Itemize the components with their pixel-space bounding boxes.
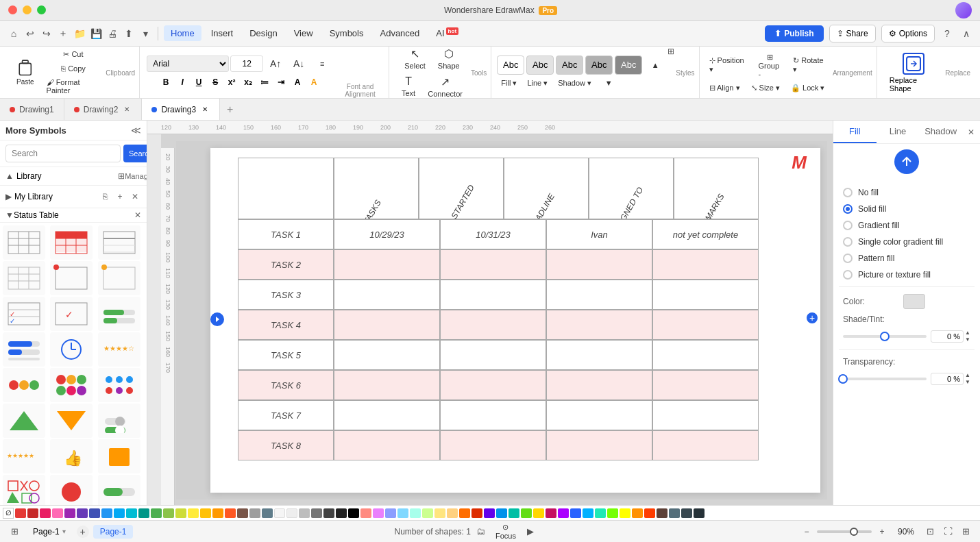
color-charcoal[interactable] bbox=[323, 508, 334, 518]
font-size-input[interactable] bbox=[230, 56, 263, 72]
panel-collapse-btn[interactable]: ≪ bbox=[131, 125, 141, 136]
gradient-fill-radio[interactable] bbox=[843, 221, 853, 230]
symbol-table-lines[interactable] bbox=[98, 225, 140, 260]
picture-fill-radio[interactable] bbox=[843, 270, 853, 280]
connector-button[interactable]: ↗ Connector bbox=[422, 73, 468, 99]
no-fill-option[interactable]: No fill bbox=[839, 185, 975, 200]
color-dark-red[interactable] bbox=[27, 508, 38, 518]
symbol-stars2[interactable]: ★★★★★ bbox=[3, 439, 45, 473]
styles-expand[interactable]: ⊞ bbox=[667, 47, 674, 56]
symbol-shapes-multi[interactable] bbox=[3, 475, 45, 505]
symbol-progress-green[interactable] bbox=[98, 297, 140, 331]
color-tomato[interactable] bbox=[644, 508, 655, 518]
help-icon[interactable]: ? bbox=[940, 27, 954, 40]
color-dark-blue-grey[interactable] bbox=[694, 508, 705, 518]
color-light-grey[interactable] bbox=[286, 508, 297, 518]
symbol-stars[interactable]: ★★★★☆ bbox=[98, 332, 140, 367]
rotate-button[interactable]: ↻ Rotate ▾ bbox=[789, 51, 831, 80]
table-row-task5[interactable]: TASK 5 bbox=[238, 340, 759, 370]
color-vivid-violet[interactable] bbox=[558, 508, 569, 518]
color-dark-grey[interactable] bbox=[311, 508, 322, 518]
symbol-table-red[interactable] bbox=[50, 225, 93, 260]
menu-symbols[interactable]: Symbols bbox=[323, 25, 371, 41]
list-btn[interactable]: ≔ bbox=[257, 75, 272, 90]
decrease-font-btn[interactable]: A↓ bbox=[288, 56, 310, 71]
layers-panel-btn[interactable]: 🗂 bbox=[474, 524, 489, 539]
color-dark-slate[interactable] bbox=[681, 508, 692, 518]
italic-btn[interactable]: I bbox=[175, 75, 190, 90]
pattern-fill-radio[interactable] bbox=[843, 254, 853, 263]
symbol-circle-red[interactable] bbox=[50, 475, 93, 505]
color-teal[interactable] bbox=[138, 508, 149, 518]
drawing-canvas[interactable]: M TASKS DATE S bbox=[210, 148, 820, 493]
symbol-table-arrow[interactable]: ✓✓ bbox=[3, 297, 45, 331]
add-column-button[interactable]: + bbox=[807, 312, 818, 323]
style-swatch-2[interactable]: Abc bbox=[526, 56, 554, 75]
color-grey[interactable] bbox=[249, 508, 260, 518]
color-white[interactable] bbox=[274, 508, 285, 518]
color-chartreuse[interactable] bbox=[607, 508, 618, 518]
color-purple[interactable] bbox=[64, 508, 75, 518]
transparency-up-btn[interactable]: ▲ bbox=[965, 372, 970, 378]
symbol-traffic-lights[interactable] bbox=[3, 368, 45, 402]
add-page-btn[interactable]: + bbox=[77, 526, 89, 538]
tab-add-button[interactable]: + bbox=[220, 99, 240, 120]
symbol-circles-multicolor[interactable] bbox=[50, 368, 93, 402]
shade-value-input[interactable] bbox=[931, 330, 964, 343]
tab-drawing2[interactable]: Drawing2 ✕ bbox=[64, 99, 143, 120]
color-salmon[interactable] bbox=[360, 508, 371, 518]
symbol-triangle-orange[interactable] bbox=[50, 404, 93, 438]
symbol-thumb-up[interactable]: 👍 bbox=[50, 439, 93, 473]
menu-insert[interactable]: Insert bbox=[204, 25, 241, 41]
close-library-btn[interactable]: ✕ bbox=[129, 190, 141, 203]
new-file-icon[interactable]: ＋ bbox=[56, 27, 70, 40]
shadow-tab[interactable]: Shadow bbox=[919, 121, 962, 143]
layers-btn[interactable]: ⊞ bbox=[7, 524, 22, 539]
color-light-yellow[interactable] bbox=[434, 508, 445, 518]
save-icon[interactable]: 💾 bbox=[89, 27, 103, 40]
symbol-dots-pattern[interactable] bbox=[98, 368, 140, 402]
color-gold-orange[interactable] bbox=[632, 508, 643, 518]
undo-icon[interactable]: ↩ bbox=[23, 27, 37, 40]
color-picker[interactable] bbox=[903, 294, 925, 309]
color-red[interactable] bbox=[15, 508, 26, 518]
color-royal-blue[interactable] bbox=[570, 508, 581, 518]
color-pink[interactable] bbox=[40, 508, 51, 518]
copy-library-btn[interactable]: ⎘ bbox=[99, 190, 111, 203]
zoom-in-btn[interactable]: + bbox=[874, 524, 890, 539]
minimize-button[interactable] bbox=[23, 5, 32, 14]
collapse-icon[interactable]: ∧ bbox=[959, 27, 973, 40]
menu-view[interactable]: View bbox=[287, 25, 320, 41]
subscript-btn[interactable]: x₂ bbox=[241, 75, 256, 90]
color-vivid-blue[interactable] bbox=[496, 508, 507, 518]
color-amber[interactable] bbox=[200, 508, 211, 518]
increase-font-btn[interactable]: A↑ bbox=[265, 56, 286, 71]
zoom-level-display[interactable]: 90% bbox=[892, 527, 920, 537]
tab-close-drawing2[interactable]: ✕ bbox=[122, 105, 132, 114]
tab-close-drawing3[interactable]: ✕ bbox=[200, 105, 210, 114]
color-brown[interactable] bbox=[237, 508, 248, 518]
fill-nav-button[interactable] bbox=[894, 149, 919, 174]
close-button[interactable] bbox=[8, 5, 17, 14]
line-tab[interactable]: Line bbox=[877, 121, 920, 143]
color-vivid-red[interactable] bbox=[471, 508, 482, 518]
color-yellow[interactable] bbox=[188, 508, 199, 518]
options-button[interactable]: ⚙Options bbox=[881, 25, 935, 42]
single-color-gradient-option[interactable]: Single color gradient fill bbox=[839, 234, 975, 249]
superscript-btn[interactable]: x² bbox=[224, 75, 239, 90]
shade-down-btn[interactable]: ▼ bbox=[965, 336, 970, 343]
more-view-btn[interactable]: ⊞ bbox=[958, 524, 973, 539]
color-periwinkle[interactable] bbox=[385, 508, 396, 518]
transparency-down-btn[interactable]: ▼ bbox=[965, 379, 970, 385]
text-button[interactable]: T Text bbox=[396, 73, 421, 99]
table-diagram[interactable]: TASKS DATE STARTED DEADLINE bbox=[238, 158, 759, 460]
symbol-progress-blue[interactable] bbox=[3, 332, 45, 367]
symbol-square-orange[interactable] bbox=[98, 439, 140, 473]
color-light-blue[interactable] bbox=[114, 508, 125, 518]
style-swatch-4[interactable]: Abc bbox=[585, 56, 613, 75]
style-swatch-3[interactable]: Abc bbox=[556, 56, 583, 75]
shadow-button[interactable]: Shadow ▾ bbox=[554, 77, 596, 90]
focus-btn[interactable]: ⊙Focus bbox=[491, 521, 520, 542]
fullscreen-btn[interactable]: ⛶ bbox=[940, 524, 955, 539]
solid-fill-radio[interactable] bbox=[843, 204, 853, 214]
